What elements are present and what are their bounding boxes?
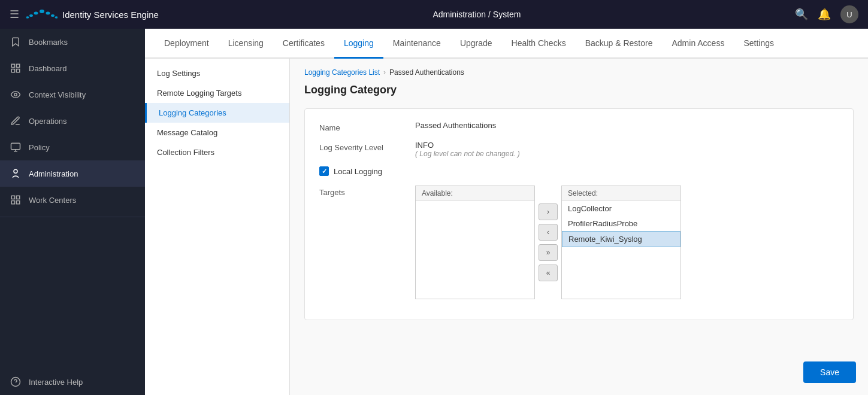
sidebar-item-policy[interactable]: Policy xyxy=(0,134,145,160)
tab-deployment[interactable]: Deployment xyxy=(155,29,219,59)
move-all-left-button[interactable]: « xyxy=(539,265,558,281)
available-header: Available: xyxy=(416,186,534,201)
svg-point-1 xyxy=(34,12,38,15)
move-right-button[interactable]: › xyxy=(539,203,558,220)
severity-row: Log Severity Level INFO ( Log level can … xyxy=(319,141,839,158)
transfer-buttons: › ‹ » « xyxy=(535,186,561,299)
tab-health-checks[interactable]: Health Checks xyxy=(502,29,576,59)
page-content: Logging Categories List › Passed Authent… xyxy=(290,59,868,395)
main-layout: Bookmarks Dashboard Context Visibility O… xyxy=(0,29,868,395)
selected-list: Selected: LogCollector ProfilerRadiusPro… xyxy=(561,186,681,299)
selected-item-remote-kiwi-syslog[interactable]: Remote_Kiwi_Syslog xyxy=(562,231,681,247)
svg-rect-10 xyxy=(17,69,20,72)
selected-header: Selected: xyxy=(562,186,681,201)
svg-point-2 xyxy=(46,12,50,15)
sidebar-item-context-visibility[interactable]: Context Visibility xyxy=(0,81,145,108)
svg-point-5 xyxy=(26,16,29,19)
breadcrumb-link[interactable]: Logging Categories List xyxy=(304,68,380,77)
sidebar-item-operations[interactable]: Operations xyxy=(0,108,145,134)
severity-label: Log Severity Level xyxy=(319,141,415,152)
name-value: Passed Authentications xyxy=(415,121,496,130)
search-icon[interactable]: 🔍 xyxy=(795,8,808,21)
content-area: Deployment Licensing Certificates Loggin… xyxy=(145,29,868,395)
save-button-container: Save xyxy=(803,361,856,383)
tab-certificates[interactable]: Certificates xyxy=(273,29,334,59)
sidebar-item-bookmarks[interactable]: Bookmarks xyxy=(0,29,145,55)
inner-layout: Log Settings Remote Logging Targets Logg… xyxy=(145,59,868,395)
local-logging-checkbox[interactable] xyxy=(319,166,329,176)
form-section: Name Passed Authentications Log Severity… xyxy=(304,108,854,320)
admin-label: Administration / System xyxy=(433,10,521,19)
submenu-message-catalog[interactable]: Message Catalog xyxy=(145,123,289,142)
svg-point-4 xyxy=(51,14,55,17)
move-all-right-button[interactable]: » xyxy=(539,244,558,261)
sidebar-item-dashboard[interactable]: Dashboard xyxy=(0,55,145,81)
selected-item-profilerradiusprobe[interactable]: ProfilerRadiusProbe xyxy=(562,216,681,231)
submenu-remote-logging-targets[interactable]: Remote Logging Targets xyxy=(145,83,289,103)
svg-rect-8 xyxy=(17,64,20,67)
sidebar-bottom: Interactive Help xyxy=(0,369,145,395)
svg-rect-9 xyxy=(11,69,14,72)
tab-licensing[interactable]: Licensing xyxy=(219,29,273,59)
svg-point-3 xyxy=(29,14,33,17)
tab-admin-access[interactable]: Admin Access xyxy=(662,29,734,59)
move-left-button[interactable]: ‹ xyxy=(539,224,558,241)
tab-maintenance[interactable]: Maintenance xyxy=(383,29,450,59)
submenu-log-settings[interactable]: Log Settings xyxy=(145,63,289,83)
administration-icon xyxy=(10,168,22,180)
user-avatar[interactable]: U xyxy=(840,5,858,23)
app-title: Identity Services Engine xyxy=(62,10,159,20)
breadcrumb-separator: › xyxy=(383,68,386,77)
bookmarks-icon xyxy=(10,36,22,48)
targets-label: Targets xyxy=(319,186,415,197)
severity-info: INFO ( Log level can not be changed. ) xyxy=(415,141,520,158)
tab-upgrade[interactable]: Upgrade xyxy=(450,29,502,59)
svg-point-13 xyxy=(14,169,17,173)
name-label: Name xyxy=(319,121,415,132)
svg-point-11 xyxy=(14,93,17,96)
context-visibility-icon xyxy=(10,89,22,101)
sidebar-item-administration[interactable]: Administration xyxy=(0,160,145,187)
svg-rect-12 xyxy=(11,143,20,150)
breadcrumb-current: Passed Authentications xyxy=(389,68,464,77)
logo: Identity Services Engine xyxy=(26,8,159,21)
topbar-right: 🔍 🔔 U xyxy=(795,5,858,23)
targets-layout: Available: › ‹ » « xyxy=(415,186,681,299)
svg-point-6 xyxy=(55,16,58,19)
work-centers-icon xyxy=(10,194,22,206)
tab-logging[interactable]: Logging xyxy=(334,29,383,59)
local-logging-label: Local Logging xyxy=(334,167,382,176)
severity-note: ( Log level can not be changed. ) xyxy=(415,150,520,158)
notification-icon[interactable]: 🔔 xyxy=(818,8,831,21)
severity-value: INFO xyxy=(415,141,520,150)
dashboard-icon xyxy=(10,62,22,74)
selected-item-logcollector[interactable]: LogCollector xyxy=(562,201,681,216)
save-button[interactable]: Save xyxy=(803,361,856,383)
name-row: Name Passed Authentications xyxy=(319,121,839,132)
topbar-center: Administration / System xyxy=(166,10,788,19)
svg-rect-7 xyxy=(11,64,14,67)
sidebar-item-work-centers[interactable]: Work Centers xyxy=(0,187,145,213)
policy-icon xyxy=(10,141,22,153)
submenu-collection-filters[interactable]: Collection Filters xyxy=(145,142,289,162)
sidebar-divider xyxy=(0,217,145,217)
submenu-logging-categories[interactable]: Logging Categories xyxy=(145,103,289,123)
operations-icon xyxy=(10,115,22,127)
svg-point-0 xyxy=(40,10,44,13)
tab-settings[interactable]: Settings xyxy=(734,29,784,59)
topbar: ☰ Identity Services Engine Administratio… xyxy=(0,0,868,29)
page-title: Logging Category xyxy=(304,84,854,96)
tab-backup-restore[interactable]: Backup & Restore xyxy=(576,29,663,59)
cisco-logo-svg xyxy=(26,8,58,21)
submenu: Log Settings Remote Logging Targets Logg… xyxy=(145,59,290,395)
local-logging-row: Local Logging xyxy=(319,166,839,176)
hamburger-icon[interactable]: ☰ xyxy=(10,8,19,21)
targets-section: Targets Available: › ‹ xyxy=(319,186,839,299)
targets-row: Targets Available: › ‹ xyxy=(319,186,839,299)
breadcrumb: Logging Categories List › Passed Authent… xyxy=(304,68,854,77)
nav-tabs: Deployment Licensing Certificates Loggin… xyxy=(145,29,868,59)
sidebar-item-interactive-help[interactable]: Interactive Help xyxy=(0,369,145,395)
sidebar: Bookmarks Dashboard Context Visibility O… xyxy=(0,29,145,395)
available-list: Available: xyxy=(415,186,535,299)
help-icon xyxy=(10,376,22,388)
